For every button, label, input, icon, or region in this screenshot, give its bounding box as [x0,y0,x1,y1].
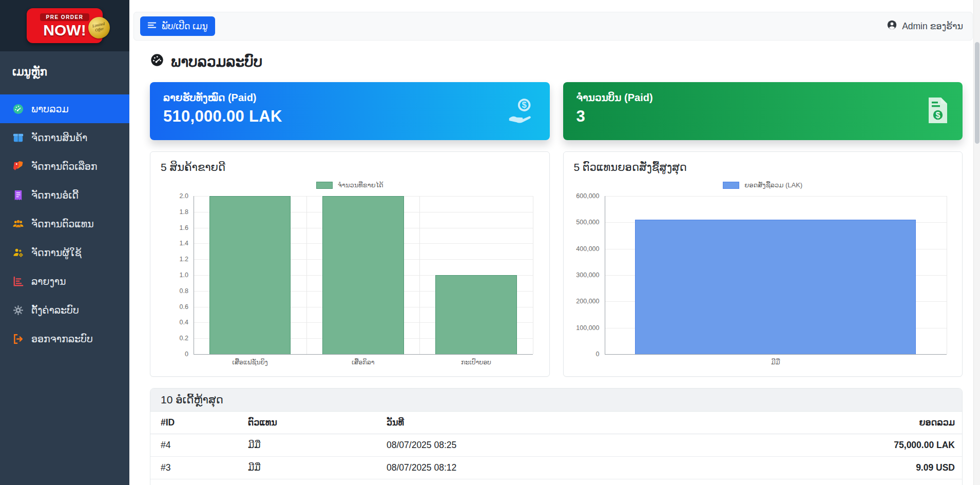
sidebar-item-label: ຈັດການອໍເດີ້ [31,189,79,201]
app-layout: PRE ORDER NOW! Limited Offer ເມນູຫຼັກ ພາ… [0,0,980,485]
sidebar-item-label: ພາບລວມ [31,103,69,115]
table-row: #3 ມີມີ່ 08/07/2025 08:12 9.09 USD [150,457,962,479]
chart-legend: ຍອດສັ່ງຊື້ລວມ (LAK) [574,181,952,189]
sidebar-item-overview[interactable]: ພາບລວມ [0,94,129,123]
sidebar-item-orders[interactable]: ຈັດການອໍເດີ້ [0,181,129,209]
order-agent: ມີມີ່ [238,457,376,479]
charts-row: 5 ສິນຄ້າຂາຍດີ ຈຳນວນທີ່ຂາຍໄດ້ 2.01.81.61.… [150,151,963,377]
plot: ເສື້ອແຟຊັ່ນຍິງເສື້ອກິລາກະເປົາບອບ [194,196,533,354]
legend-swatch [723,182,739,189]
sidebar-item-label: ຈັດການຕົວແທນ [31,218,94,230]
gear-icon [12,304,24,316]
y-tick-label: 1.2 [180,256,188,263]
x-axis-labels: ເສື້ອແຟຊັ່ນຍິງເສື້ອກິລາກະເປົາບອບ [194,354,533,366]
sidebar-item-logout[interactable]: ອອກຈາກລະບົບ [0,324,129,353]
sidebar-item-options[interactable]: ຈັດການຕົວເລືອກ [0,152,129,181]
col-header-id: #ID [150,412,238,434]
col-header-agent: ຕົວແທນ [238,412,376,434]
users-icon [12,218,24,230]
logo-ribbon-text: PRE ORDER [40,13,90,21]
bar-product-3 [435,275,517,354]
y-axis-line [194,196,194,354]
x-category-label: ເສື້ອກິລາ [352,358,375,366]
sidebar-item-products[interactable]: ຈັດການສິນຄ້າ [0,123,129,152]
plot: ມີມີ່ [605,196,947,354]
sidebar-item-label: ອອກຈາກລະບົບ [31,333,93,345]
order-id: #3 [150,457,238,479]
y-tick-label: 500,000 [576,219,599,226]
y-axis-line [605,196,605,354]
sidebar-section-title: ເມນູຫຼັກ [0,51,129,88]
page-title: ພາບລວມລະບົບ [150,53,963,71]
topbar: ພັບ/ເປີດ ເມນູ Admin ຂອງຮ້ານ [133,12,973,41]
y-tick-label: 400,000 [576,245,599,253]
recent-orders-card: 10 ອໍເດີ້ຫຼ້າສຸດ #ID ຕົວແທນ ວັນທີ ຍອດລວມ… [150,388,963,485]
y-tick-label: 2.0 [180,192,188,200]
stat-card-revenue: ລາຍຮັບທັງໝົດ (Paid) 510,000.00 LAK $ [150,82,550,140]
scrollbar-track[interactable] [973,0,980,485]
y-axis: 600,000500,000400,000300,000200,000100,0… [574,196,605,354]
stat-label: ຈຳນວນບິນ (Paid) [577,91,950,104]
bar-product-1 [209,196,291,354]
y-tick-label: 300,000 [576,271,599,279]
chart-legend: ຈຳນວນທີ່ຂາຍໄດ້ [161,181,539,189]
table-row: #4 ມີມີ່ 08/07/2025 08:25 75,000.00 LAK [150,434,962,457]
order-total: 238.46 THB [690,479,962,485]
logout-icon [12,333,24,345]
legend-label: ຈຳນວນທີ່ຂາຍໄດ້ [338,181,383,189]
sidebar-item-settings[interactable]: ຕັ້ງຄ່າລະບົບ [0,296,129,324]
y-tick-label: 0.8 [180,287,188,295]
order-date: 08/07/2025 08:25 [376,434,690,457]
user-menu[interactable]: Admin ຂອງຮ້ານ [887,20,963,33]
chart-plot-area: 600,000500,000400,000300,000200,000100,0… [574,196,952,354]
sidebar-item-users[interactable]: ຈັດການຜູ້ໃຊ້ [0,238,129,267]
sidebar-item-reports[interactable]: ລາຍງານ [0,267,129,296]
svg-text:$: $ [522,100,526,109]
content-inner: ພາບລວມລະບົບ ລາຍຮັບທັງໝົດ (Paid) 510,000.… [150,53,963,485]
tags-icon [12,161,24,172]
sidebar-item-agents[interactable]: ຈັດການຕົວແທນ [0,209,129,238]
chart-title: 5 ຕົວແທນຍອດສັ່ງຊື້ສູງສຸດ [574,161,952,173]
limited-offer-seal: Limited Offer [87,15,112,41]
x-category-label: ກະເປົາບອບ [461,358,491,366]
box-icon [12,132,24,144]
y-tick-label: 0 [596,351,600,358]
col-header-date: ວັນທີ [376,412,690,434]
report-chart-icon [12,276,24,287]
order-total: 75,000.00 LAK [690,434,962,457]
orders-title: 10 ອໍເດີ້ຫຼ້າສຸດ [150,389,962,412]
sidebar-item-label: ຈັດການຕົວເລືອກ [31,161,98,172]
menu-toggle-label: ພັບ/ເປີດ ເມນູ [162,21,208,32]
scrollbar-thumb[interactable] [975,42,979,144]
top-products-chart-card: 5 ສິນຄ້າຂາຍດີ ຈຳນວນທີ່ຂາຍໄດ້ 2.01.81.61.… [150,151,550,377]
hand-holding-dollar-icon: $ [507,97,536,126]
order-total: 9.09 USD [690,457,962,479]
category-separator [419,196,420,354]
x-category-label: ເສື້ອແຟຊັ່ນຍິງ [232,358,268,366]
stat-card-bills: ຈຳນວນບິນ (Paid) 3 $ [563,82,963,140]
svg-text:$: $ [936,110,940,119]
chart-plot-area: 2.01.81.61.41.21.00.80.60.40.20 ເສື້ອແຟຊ… [161,196,539,354]
top-agents-chart-card: 5 ຕົວແທນຍອດສັ່ງຊື້ສູງສຸດ ຍອດສັ່ງຊື້ລວມ (… [563,151,963,377]
sidebar-menu: ພາບລວມ ຈັດການສິນຄ້າ ຈັດການຕົວເລືອກ ຈັດກາ… [0,94,129,353]
category-separator [306,196,307,354]
sidebar: PRE ORDER NOW! Limited Offer ເມນູຫຼັກ ພາ… [0,0,129,485]
y-tick-label: 100,000 [576,324,599,332]
order-id: #2 [150,479,238,485]
order-date: 08/07/2025 08:12 [376,457,690,479]
y-tick-label: 1.6 [180,224,188,231]
sidebar-item-label: ລາຍງານ [31,276,66,287]
tachometer-icon [150,53,164,71]
y-tick-label: 600,000 [576,192,599,200]
stat-label: ລາຍຮັບທັງໝົດ (Paid) [163,91,536,104]
logo-area: PRE ORDER NOW! Limited Offer [0,0,129,51]
user-name: Admin ຂອງຮ້ານ [902,21,963,32]
y-tick-label: 1.4 [180,240,188,247]
x-category-label: ມີມີ່ [771,358,780,366]
menu-toggle-button[interactable]: ພັບ/ເປີດ ເມນູ [140,16,215,36]
order-date: 08/07/2025 08:01 [376,479,690,485]
y-tick-label: 0.4 [180,319,188,326]
y-tick-label: 1.8 [180,208,188,216]
person-circle-icon [887,20,897,33]
order-agent: ມີມີ່ [238,479,376,485]
